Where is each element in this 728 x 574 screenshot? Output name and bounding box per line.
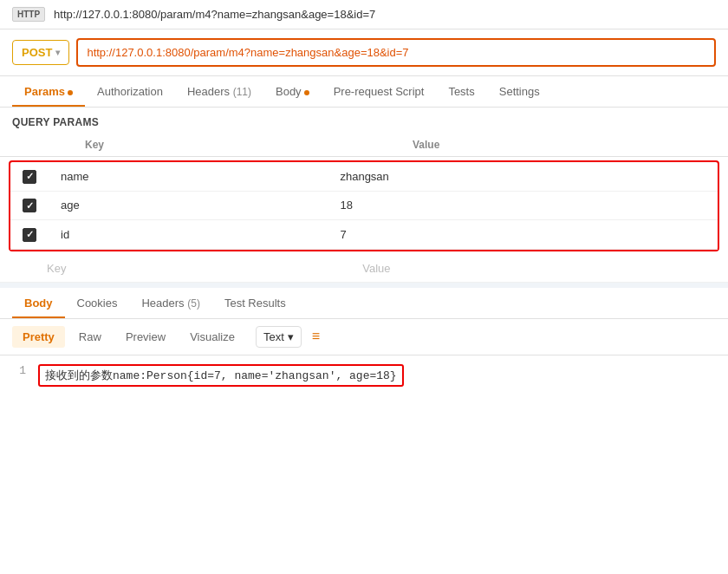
params-dot xyxy=(68,90,73,95)
query-params-title: Query Params xyxy=(0,108,728,134)
params-table: Key Value xyxy=(0,134,728,157)
response-tab-cookies[interactable]: Cookies xyxy=(65,288,130,318)
text-format-label: Text xyxy=(263,330,284,343)
response-tab-body[interactable]: Body xyxy=(12,288,65,318)
body-dot xyxy=(304,90,309,95)
val-7[interactable]: 7 xyxy=(328,220,718,250)
key-name[interactable]: name xyxy=(49,162,328,191)
col-key: Key xyxy=(73,134,400,157)
title-bar: HTTP http://127.0.0.1:8080/param/m4?name… xyxy=(0,0,728,29)
table-row: ✓ age 18 xyxy=(10,191,718,220)
view-tabs-bar: Pretty Raw Preview Visualize Text ▾ ≡ xyxy=(0,319,728,355)
tab-tests[interactable]: Tests xyxy=(436,76,486,107)
tab-params[interactable]: Params xyxy=(12,76,85,107)
request-tabs-bar: Params Authorization Headers (11) Body P… xyxy=(0,76,728,108)
view-tab-preview[interactable]: Preview xyxy=(115,326,176,348)
method-label: POST xyxy=(22,46,52,59)
view-tab-raw[interactable]: Raw xyxy=(68,326,112,348)
tab-body[interactable]: Body xyxy=(263,76,322,107)
line-number: 1 xyxy=(12,364,26,387)
col-checkbox xyxy=(0,134,73,157)
col-value: Value xyxy=(400,134,728,157)
key-id[interactable]: id xyxy=(49,220,328,250)
tab-headers[interactable]: Headers (11) xyxy=(175,76,263,107)
checkbox-age[interactable]: ✓ xyxy=(23,199,36,212)
placeholder-row: Key Value xyxy=(0,255,728,283)
checkbox-id[interactable]: ✓ xyxy=(23,228,36,242)
params-rows-table: ✓ name zhangsan ✓ age 18 ✓ id 7 xyxy=(10,162,718,250)
response-tab-testresults[interactable]: Test Results xyxy=(212,288,298,318)
chevron-down-icon: ▾ xyxy=(288,330,294,343)
tab-prerequest[interactable]: Pre-request Script xyxy=(322,76,437,107)
code-area: 1 接收到的参数name:Person{id=7, name='zhangsan… xyxy=(0,355,728,395)
val-zhangsan[interactable]: zhangsan xyxy=(328,162,718,191)
text-format-dropdown[interactable]: Text ▾ xyxy=(256,326,302,348)
tab-authorization[interactable]: Authorization xyxy=(85,76,175,107)
http-icon: HTTP xyxy=(12,7,45,22)
title-url: http://127.0.0.1:8080/param/m4?name=zhan… xyxy=(54,8,375,21)
key-age[interactable]: age xyxy=(49,191,328,220)
table-row: ✓ name zhangsan xyxy=(10,162,718,191)
code-content: 接收到的参数name:Person{id=7, name='zhangsan',… xyxy=(38,364,404,387)
code-line-1: 1 接收到的参数name:Person{id=7, name='zhangsan… xyxy=(12,364,716,387)
view-tab-visualize[interactable]: Visualize xyxy=(179,326,245,348)
placeholder-key[interactable]: Key xyxy=(35,255,350,283)
response-section: Body Cookies Headers (5) Test Results Pr… xyxy=(0,288,728,395)
request-bar: POST ▾ xyxy=(0,29,728,76)
chevron-down-icon: ▾ xyxy=(55,48,60,57)
params-bordered-section: ✓ name zhangsan ✓ age 18 ✓ id 7 xyxy=(9,160,719,251)
checkbox-name[interactable]: ✓ xyxy=(23,170,36,184)
placeholder-value[interactable]: Value xyxy=(350,255,728,283)
tab-settings[interactable]: Settings xyxy=(487,76,552,107)
filter-icon[interactable]: ≡ xyxy=(312,329,320,344)
url-input[interactable] xyxy=(76,38,716,67)
method-dropdown[interactable]: POST ▾ xyxy=(12,40,69,65)
view-tab-pretty[interactable]: Pretty xyxy=(12,326,65,348)
table-row: ✓ id 7 xyxy=(10,220,718,250)
response-tabs-bar: Body Cookies Headers (5) Test Results xyxy=(0,288,728,319)
response-tab-headers[interactable]: Headers (5) xyxy=(129,288,211,318)
val-18[interactable]: 18 xyxy=(328,191,718,220)
params-placeholder-table: Key Value xyxy=(0,255,728,283)
